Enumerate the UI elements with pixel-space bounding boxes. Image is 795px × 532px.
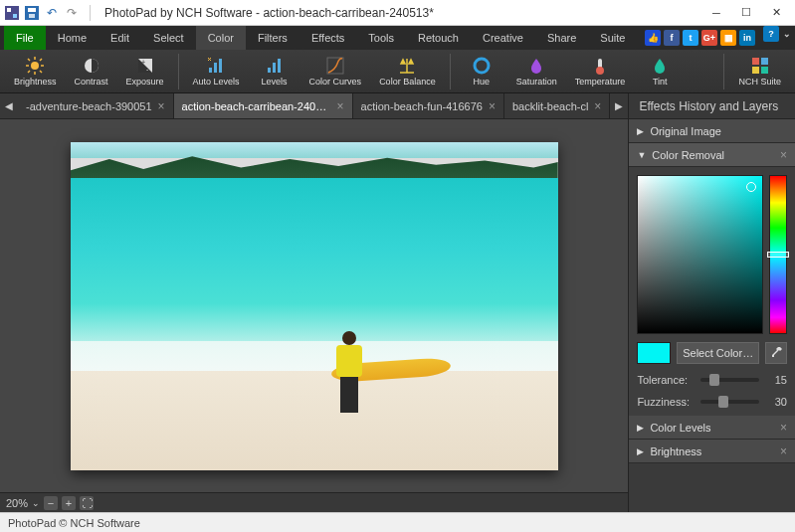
tool-contrast[interactable]: Contrast (67, 54, 116, 89)
tool-auto-levels[interactable]: Auto Levels (185, 54, 248, 89)
social-icon[interactable]: t (683, 30, 698, 46)
quick-access-toolbar: ↶ ↷ (4, 5, 97, 21)
minimize-button[interactable]: ─ (701, 2, 731, 24)
tool-hue[interactable]: Hue (457, 54, 506, 89)
section-brightness[interactable]: ▶ Brightness × (629, 440, 795, 463)
tool-color-balance[interactable]: Color Balance (371, 54, 444, 89)
menu-color[interactable]: Color (196, 26, 246, 50)
maximize-button[interactable]: ☐ (731, 2, 761, 24)
svg-rect-23 (273, 63, 276, 73)
tool-brightness[interactable]: Brightness (6, 54, 65, 89)
color-field[interactable] (637, 175, 763, 334)
close-icon[interactable]: × (158, 99, 165, 113)
status-bar: PhotoPad © NCH Software (0, 512, 795, 532)
chevron-right-icon: ▶ (637, 126, 644, 136)
close-button[interactable]: ✕ (761, 2, 791, 24)
zoom-dropdown-icon[interactable]: ⌄ (32, 498, 40, 508)
menu-dropdown-icon[interactable]: ⌄ (779, 26, 795, 42)
brightness-icon (25, 56, 45, 76)
menu-bar: FileHomeEditSelectColorFiltersEffectsToo… (0, 26, 795, 50)
title-bar: ↶ ↷ PhotoPad by NCH Software - action-be… (0, 0, 795, 26)
section-original-image[interactable]: ▶ Original Image (629, 119, 795, 143)
tolerance-slider[interactable] (700, 378, 759, 382)
auto-levels-icon (206, 56, 226, 76)
tool-exposure[interactable]: +-Exposure (118, 54, 172, 89)
tab-scroll-right[interactable]: ▶ (610, 93, 628, 118)
tab-scroll-left[interactable]: ◀ (0, 93, 18, 118)
menu-retouch[interactable]: Retouch (406, 26, 471, 50)
nch-suite-button[interactable]: NCH Suite (730, 54, 789, 89)
document-tab[interactable]: -adventure-beach-390051× (18, 93, 174, 118)
social-icon[interactable]: G+ (701, 30, 717, 46)
social-icons: 👍ftG+▦in (645, 26, 763, 50)
zoom-bar: 20% ⌄ − + ⛶ (0, 492, 628, 512)
canvas-viewport[interactable] (0, 119, 628, 492)
hue-slider[interactable] (769, 175, 787, 334)
effects-panel-header: Effects History and Layers (629, 93, 795, 119)
menu-share[interactable]: Share (535, 26, 588, 50)
svg-rect-19 (209, 68, 212, 73)
tool-color-curves[interactable]: Color Curves (301, 54, 370, 89)
undo-icon[interactable]: ↶ (44, 5, 60, 21)
close-icon[interactable]: × (594, 99, 601, 113)
section-label: Color Levels (650, 422, 710, 434)
temperature-icon (590, 56, 610, 76)
zoom-in-button[interactable]: + (62, 496, 76, 510)
help-icon[interactable]: ? (763, 26, 779, 42)
zoom-fit-button[interactable]: ⛶ (80, 496, 94, 510)
document-tab[interactable]: action-beach-carribean-240513*× (174, 93, 353, 118)
contrast-icon (82, 56, 101, 76)
section-color-levels[interactable]: ▶ Color Levels × (629, 416, 795, 440)
svg-point-28 (596, 67, 604, 75)
svg-rect-29 (752, 58, 759, 65)
menu-filters[interactable]: Filters (246, 26, 299, 50)
menu-tools[interactable]: Tools (356, 26, 406, 50)
tolerance-slider-row: Tolerance: 15 (637, 374, 787, 386)
hue-icon (472, 56, 492, 76)
zoom-out-button[interactable]: − (44, 496, 58, 510)
close-icon[interactable]: × (780, 421, 787, 435)
menu-edit[interactable]: Edit (99, 26, 141, 50)
menu-creative[interactable]: Creative (471, 26, 535, 50)
chevron-down-icon: ▼ (637, 150, 646, 160)
menu-effects[interactable]: Effects (299, 26, 356, 50)
save-icon[interactable] (24, 5, 40, 21)
slider-value: 30 (767, 396, 787, 408)
menu-file[interactable]: File (4, 26, 46, 50)
menu-home[interactable]: Home (46, 26, 99, 50)
tool-temperature[interactable]: Temperature (567, 54, 634, 89)
tool-levels[interactable]: Levels (250, 54, 299, 89)
close-icon[interactable]: × (780, 444, 787, 458)
social-icon[interactable]: 👍 (645, 30, 661, 46)
fuzziness-slider[interactable] (700, 400, 759, 404)
app-icon (4, 5, 20, 21)
social-icon[interactable]: f (664, 30, 680, 46)
color-curves-icon (325, 56, 345, 76)
tab-label: backlit-beach-cl (512, 100, 588, 112)
svg-point-26 (475, 59, 489, 73)
section-label: Brightness (650, 445, 701, 457)
close-icon[interactable]: × (489, 99, 496, 113)
tab-label: action-beach-carribean-240513* (182, 100, 331, 112)
color-removal-body: Select Color… Tolerance: 15 Fuzziness: 3… (629, 167, 795, 416)
close-icon[interactable]: × (780, 148, 787, 162)
select-color-button[interactable]: Select Color… (677, 342, 759, 364)
color-toolbar: BrightnessContrast+-ExposureAuto LevelsL… (0, 50, 795, 93)
social-icon[interactable]: in (739, 30, 755, 46)
redo-icon[interactable]: ↷ (64, 5, 80, 21)
menu-select[interactable]: Select (141, 26, 196, 50)
tool-saturation[interactable]: Saturation (508, 54, 565, 89)
document-tab[interactable]: action-beach-fun-416676× (353, 93, 504, 118)
document-tab[interactable]: backlit-beach-cl× (504, 93, 610, 118)
zoom-level[interactable]: 20% (6, 497, 28, 509)
close-icon[interactable]: × (337, 99, 344, 113)
menu-suite[interactable]: Suite (588, 26, 637, 50)
image-preview (71, 142, 558, 470)
selected-color-swatch (637, 342, 671, 364)
effects-panel: Effects History and Layers ▶ Original Im… (628, 93, 795, 512)
tool-tint[interactable]: Tint (635, 54, 685, 89)
social-icon[interactable]: ▦ (720, 30, 736, 46)
svg-line-11 (28, 59, 30, 61)
section-color-removal[interactable]: ▼ Color Removal × (629, 143, 795, 167)
eyedropper-button[interactable] (765, 342, 787, 364)
